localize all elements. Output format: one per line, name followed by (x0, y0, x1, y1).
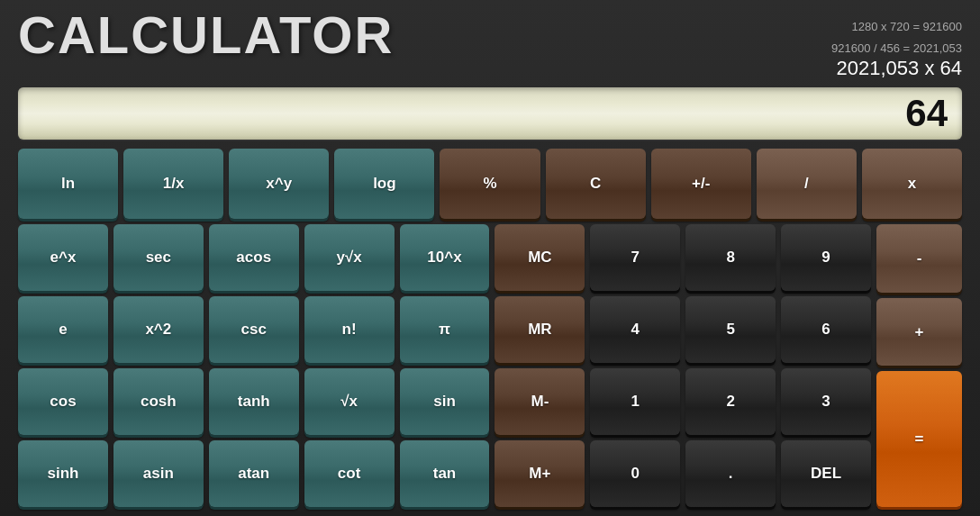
e-button[interactable]: e (18, 296, 108, 363)
mc-button[interactable]: MC (495, 224, 585, 291)
tenpower-button[interactable]: 10^x (400, 224, 490, 291)
tanh-button[interactable]: tanh (209, 368, 299, 435)
eight-button[interactable]: 8 (685, 224, 776, 291)
one-button[interactable]: 1 (590, 368, 680, 435)
left-section: e^x sec acos y√x 10^x MC 7 8 9 e x^2 csc… (18, 224, 871, 507)
pi-button[interactable]: π (400, 296, 490, 363)
sec-button[interactable]: sec (113, 224, 204, 291)
four-button[interactable]: 4 (590, 296, 680, 363)
zero-button[interactable]: 0 (590, 440, 680, 507)
display-value: 64 (905, 92, 948, 135)
tan-button[interactable]: tan (400, 440, 490, 507)
atan-button[interactable]: atan (209, 440, 299, 507)
history-line1: 1280 x 720 = 921600 (851, 18, 962, 36)
cos-button[interactable]: cos (18, 368, 108, 435)
display-screen: 64 (18, 87, 962, 140)
seven-button[interactable]: 7 (590, 224, 680, 291)
cot-button[interactable]: cot (304, 440, 395, 507)
plus-button[interactable]: + (876, 298, 962, 366)
header: CALCULATOR 1280 x 720 = 921600 921600 / … (18, 9, 962, 84)
button-row-1: ln 1/x x^y log % C +/- / x (18, 149, 962, 219)
app-title: CALCULATOR (18, 9, 394, 61)
square-button[interactable]: x^2 (113, 296, 204, 363)
three-button[interactable]: 3 (781, 368, 871, 435)
button-row-3: e x^2 csc n! π MR 4 5 6 (18, 296, 871, 363)
sin-button[interactable]: sin (400, 368, 490, 435)
nine-button[interactable]: 9 (781, 224, 871, 291)
decimal-button[interactable]: . (685, 440, 776, 507)
sqrt-button[interactable]: √x (304, 368, 395, 435)
clear-button[interactable]: C (546, 149, 646, 219)
button-row-4: cos cosh tanh √x sin M- 1 2 3 (18, 368, 871, 435)
buttons-area: ln 1/x x^y log % C +/- / x e^x sec acos … (18, 149, 962, 507)
button-row-2: e^x sec acos y√x 10^x MC 7 8 9 (18, 224, 871, 291)
log-button[interactable]: log (334, 149, 434, 219)
negate-button[interactable]: +/- (651, 149, 751, 219)
cosh-button[interactable]: cosh (113, 368, 204, 435)
yroot-button[interactable]: y√x (304, 224, 395, 291)
calculator: CALCULATOR 1280 x 720 = 921600 921600 / … (0, 0, 980, 516)
equals-button[interactable]: = (876, 371, 962, 507)
exp-button[interactable]: e^x (18, 224, 108, 291)
current-expression: 2021,053 x 64 (837, 57, 962, 80)
button-row-5: sinh asin atan cot tan M+ 0 . DEL (18, 440, 871, 507)
mr-button[interactable]: MR (495, 296, 585, 363)
right-op-col: - + = (876, 224, 962, 507)
ln-button[interactable]: ln (18, 149, 118, 219)
mplus-button[interactable]: M+ (495, 440, 585, 507)
asin-button[interactable]: asin (113, 440, 204, 507)
mminus-button[interactable]: M- (495, 368, 585, 435)
factorial-button[interactable]: n! (304, 296, 395, 363)
six-button[interactable]: 6 (781, 296, 871, 363)
del-button[interactable]: DEL (781, 440, 871, 507)
history-line2: 921600 / 456 = 2021,053 (831, 40, 962, 58)
power-button[interactable]: x^y (229, 149, 329, 219)
minus-button[interactable]: - (876, 224, 962, 292)
five-button[interactable]: 5 (685, 296, 776, 363)
two-button[interactable]: 2 (685, 368, 776, 435)
csc-button[interactable]: csc (209, 296, 299, 363)
multiply-button[interactable]: x (862, 149, 962, 219)
main-buttons: e^x sec acos y√x 10^x MC 7 8 9 e x^2 csc… (18, 224, 962, 507)
inverse-button[interactable]: 1/x (123, 149, 223, 219)
acos-button[interactable]: acos (209, 224, 299, 291)
divide-button[interactable]: / (757, 149, 857, 219)
sinh-button[interactable]: sinh (18, 440, 108, 507)
percent-button[interactable]: % (440, 149, 540, 219)
